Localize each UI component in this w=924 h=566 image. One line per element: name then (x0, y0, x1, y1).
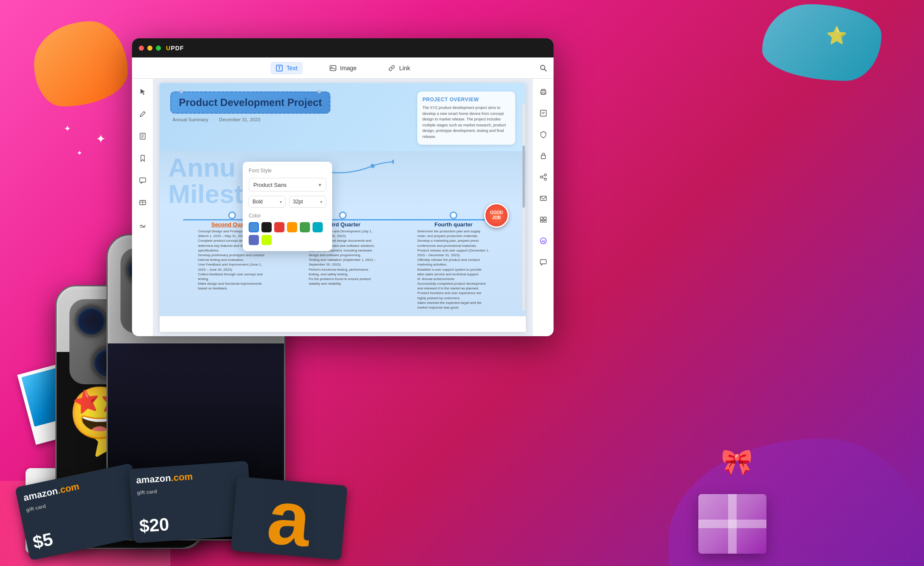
toolbar-image-label: Image (340, 65, 357, 71)
sparkle-icon-2: ✦ (64, 123, 71, 134)
color-swatch-lime[interactable] (261, 235, 272, 245)
color-swatch-green[interactable] (300, 222, 310, 232)
node-dot-fourth (450, 212, 457, 219)
sidebar-chat-icon[interactable] (537, 255, 550, 269)
scrollbar-track (522, 104, 525, 311)
toolbar: T Text Image Link (132, 57, 554, 79)
sidebar-email-icon[interactable] (537, 192, 550, 205)
svg-rect-37 (544, 220, 546, 222)
amazon-a-card: a (231, 476, 347, 560)
color-swatch-blue[interactable] (249, 222, 259, 232)
svg-point-28 (544, 174, 546, 176)
toolbar-link[interactable]: Link (383, 62, 415, 74)
title-dot-right (318, 90, 321, 93)
close-button[interactable] (139, 46, 144, 51)
color-swatch-red[interactable] (274, 222, 284, 232)
timeline-node-fourth: GOOD JOB Fourth quarter Determine the pr… (398, 212, 509, 310)
font-size-value: 32pt (293, 199, 303, 205)
font-weight-value: Bold (253, 199, 263, 205)
node-dot-third (339, 212, 347, 219)
title-pdf: PDF (171, 45, 184, 51)
title-dot-left (180, 90, 183, 93)
badge-job: JOB (492, 215, 501, 220)
gift-card-amount-1: $5 (31, 529, 55, 553)
window-controls (139, 46, 161, 51)
toolbar-link-label: Link (399, 65, 410, 71)
milestones-section: Annu Milesto Second tion (160, 151, 526, 207)
svg-line-5 (545, 69, 547, 71)
toolbar-image[interactable]: Image (324, 62, 362, 74)
project-overview-panel: PROJECT OVERVIEW The XYZ product develop… (417, 91, 515, 145)
font-popup-title: Font Style (249, 168, 326, 174)
gift-body (698, 494, 766, 554)
sidebar-ocr-icon[interactable] (537, 106, 550, 120)
color-swatches (249, 222, 326, 245)
sidebar-cursor-icon[interactable] (136, 85, 149, 99)
svg-point-18 (370, 164, 375, 168)
content-area: Product Development Project Annual Summa… (132, 79, 554, 336)
minimize-button[interactable] (147, 46, 152, 51)
fourth-quarter-label: Fourth quarter (434, 221, 473, 228)
pdf-title: Product Development Project (179, 97, 322, 109)
sidebar-page-icon[interactable] (136, 129, 149, 143)
sidebar-ai-icon[interactable]: AI (537, 234, 550, 248)
svg-text:AI: AI (541, 239, 545, 243)
maximize-button[interactable] (156, 46, 161, 51)
font-options-row: Bold ▾ 32pt ▾ (249, 196, 326, 208)
amazon-logo-1: amazon.com gift card (23, 481, 83, 515)
font-popup: Font Style Product Sans ▾ Bold ▾ 32pt (243, 162, 332, 251)
amazon-a-letter: a (264, 478, 313, 558)
sidebar-bookmark-icon[interactable] (136, 152, 149, 165)
font-name-value: Product Sans (253, 182, 287, 188)
sidebar-edit-icon[interactable] (136, 107, 149, 121)
color-swatch-teal[interactable] (313, 222, 323, 232)
svg-rect-40 (540, 260, 546, 264)
sidebar-comment-icon[interactable] (136, 174, 149, 187)
decoration-star: ⭐ (826, 26, 847, 46)
gift-card-5: amazon.com gift card $5 (15, 463, 147, 560)
sidebar-form-icon[interactable] (136, 196, 149, 209)
badge-good: GOOD (490, 210, 503, 215)
gift-ribbon-v (728, 494, 737, 554)
font-size-dropdown[interactable]: 32pt ▾ (289, 196, 326, 208)
good-job-badge: GOOD JOB (484, 203, 509, 228)
text-icon: T (275, 64, 283, 72)
sparkle-icon-small: ✦ (77, 149, 82, 157)
color-swatch-black[interactable] (261, 222, 272, 232)
font-weight-dropdown[interactable]: Bold ▾ (249, 196, 286, 208)
toolbar-text[interactable]: T Text (270, 62, 303, 74)
sidebar-print-icon[interactable] (537, 85, 550, 99)
title-box: Product Development Project (170, 91, 330, 114)
title-u: U (166, 45, 171, 51)
overview-text: The XYZ product development project aims… (422, 105, 510, 140)
gift-bow: 🎀 (698, 447, 775, 477)
svg-line-32 (542, 177, 544, 179)
svg-point-29 (540, 176, 542, 178)
svg-rect-35 (544, 217, 546, 220)
size-chevron-icon: ▾ (320, 200, 322, 204)
toolbar-text-label: Text (287, 65, 298, 71)
sidebar-protect-icon[interactable] (537, 128, 550, 141)
svg-point-30 (544, 178, 546, 180)
svg-rect-36 (540, 220, 543, 222)
color-swatch-orange[interactable] (287, 222, 297, 232)
chevron-down-icon: ▾ (319, 182, 321, 188)
font-name-dropdown[interactable]: Product Sans ▾ (249, 178, 326, 192)
image-icon (329, 64, 337, 72)
scrollbar-thumb[interactable] (522, 146, 525, 208)
timeline-nodes: Second Quarter Concept Design and Protot… (168, 212, 517, 310)
svg-rect-27 (541, 155, 545, 159)
pdf-page: Product Development Project Annual Summa… (160, 83, 526, 332)
sidebar-lock-icon[interactable] (537, 149, 550, 163)
sidebar-share-icon[interactable] (537, 170, 550, 184)
svg-rect-33 (540, 196, 546, 200)
gift-cards-container: amazon.com gift card $5 amazon.com gift … (21, 475, 319, 549)
amazon-logo-2: amazon.com gift card (136, 471, 194, 497)
timeline-section: Second Quarter Concept Design and Protot… (160, 207, 526, 316)
color-label: Color (249, 213, 326, 219)
svg-rect-2 (330, 66, 336, 71)
sidebar-organize-icon[interactable] (537, 213, 550, 226)
search-icon[interactable] (538, 63, 548, 73)
sidebar-sign-icon[interactable] (136, 218, 149, 232)
color-swatch-indigo[interactable] (249, 235, 259, 245)
